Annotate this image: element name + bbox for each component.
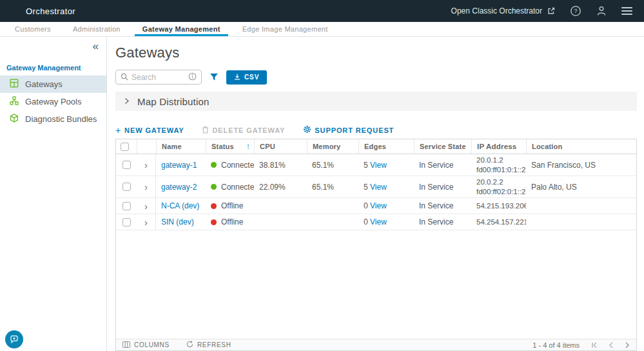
refresh-button[interactable]: REFRESH: [186, 341, 231, 349]
row-checkbox[interactable]: [122, 202, 131, 210]
user-icon[interactable]: [596, 5, 607, 17]
chevron-right-icon: [123, 96, 130, 106]
memory-value: 65.1%: [307, 176, 358, 197]
table-actions: + NEW GATEWAY DELETE GATEWAY: [115, 125, 637, 135]
sidebar-section-title: Gateway Management: [6, 64, 106, 72]
first-page-icon[interactable]: [591, 342, 598, 348]
help-icon[interactable]: ?: [570, 5, 581, 17]
gateway-name-link[interactable]: gateway-1: [161, 161, 197, 170]
gateways-table: Name Status ↑ CPU Memory Edges Service S…: [115, 139, 637, 351]
row-expand-icon[interactable]: ›: [144, 160, 148, 170]
plus-icon: +: [115, 126, 121, 135]
edges-view-link[interactable]: View: [370, 217, 387, 226]
sidebar-collapse-icon[interactable]: «: [93, 41, 99, 52]
search-box: [115, 70, 202, 85]
row-checkbox[interactable]: [122, 218, 131, 226]
cpu-value: [254, 198, 307, 214]
service-state: In Service: [414, 198, 471, 214]
menu-icon[interactable]: [621, 7, 632, 15]
expand-column-header: [137, 139, 156, 154]
row-expand-icon[interactable]: ›: [144, 217, 148, 227]
column-header-service-state[interactable]: Service State: [414, 139, 471, 154]
open-classic-orchestrator-link[interactable]: Open Classic Orchestrator: [451, 6, 556, 15]
gateway-name-link[interactable]: SIN (dev): [161, 217, 194, 226]
app-title: Orchestrator: [26, 6, 75, 16]
columns-icon: [122, 341, 130, 349]
delete-gateway-button[interactable]: DELETE GATEWAY: [202, 126, 285, 135]
tab-edge-image-management[interactable]: Edge Image Management: [231, 22, 339, 36]
row-checkbox[interactable]: [122, 183, 131, 191]
column-header-name[interactable]: Name: [156, 139, 206, 154]
chat-feedback-icon[interactable]: [5, 330, 23, 348]
page-title: Gateways: [115, 45, 637, 61]
row-expand-icon[interactable]: ›: [144, 201, 148, 211]
column-header-ip-address[interactable]: IP Address: [471, 139, 526, 154]
ip-address: 54.215.193.206: [471, 198, 526, 214]
row-checkbox[interactable]: [122, 161, 131, 169]
column-header-status[interactable]: Status ↑: [206, 139, 254, 154]
external-link-icon: [547, 6, 556, 15]
column-header-location[interactable]: Location: [526, 139, 636, 154]
sidebar-item-gateways[interactable]: Gateways: [0, 75, 106, 93]
status-dot: [211, 203, 217, 209]
table-empty-space: [116, 230, 636, 339]
gear-icon: [303, 125, 311, 135]
toolbar: CSV: [115, 70, 637, 85]
select-all-checkbox[interactable]: [121, 143, 129, 151]
edges-count: 5: [364, 161, 368, 170]
download-icon: [234, 74, 240, 81]
sidebar-item-label: Gateways: [25, 79, 63, 89]
gateway-pools-icon: [10, 96, 19, 107]
location-value: San Francisco, US: [526, 154, 636, 176]
gateway-name-link[interactable]: N-CA (dev): [161, 201, 199, 210]
sort-ascending-icon[interactable]: ↑: [246, 142, 250, 151]
columns-button[interactable]: COLUMNS: [122, 341, 170, 349]
filter-icon[interactable]: [208, 73, 220, 81]
table-row: › gateway-2 Connected 22.09% 65.1% 5 Vie…: [116, 176, 636, 198]
sidebar-item-gateway-pools[interactable]: Gateway Pools: [0, 93, 106, 110]
search-input[interactable]: [132, 73, 185, 82]
topbar-actions: Open Classic Orchestrator ?: [451, 5, 632, 17]
gateway-name-link[interactable]: gateway-2: [161, 183, 197, 192]
column-header-cpu[interactable]: CPU: [254, 139, 307, 154]
memory-value: [307, 214, 358, 230]
sidebar-item-diagnostic-bundles[interactable]: Diagnostic Bundles: [0, 110, 106, 128]
edges-view-link[interactable]: View: [370, 161, 387, 170]
row-expand-icon[interactable]: ›: [144, 182, 148, 192]
csv-button[interactable]: CSV: [226, 70, 267, 85]
tab-customers[interactable]: Customers: [4, 22, 62, 36]
service-state: In Service: [414, 214, 471, 230]
next-page-icon[interactable]: [625, 342, 630, 348]
edges-count: 0: [364, 217, 368, 226]
refresh-icon: [186, 341, 193, 349]
edges-count: 5: [364, 183, 368, 192]
search-icon: [121, 72, 128, 83]
map-distribution-panel[interactable]: Map Distribution: [115, 92, 637, 111]
ip-address: 54.254.157.221: [471, 214, 526, 230]
edges-view-link[interactable]: View: [370, 183, 387, 192]
tab-administration[interactable]: Administration: [62, 22, 132, 36]
sidebar: « Gateway Management Gateways Gateway Po…: [0, 37, 107, 351]
new-gateway-button[interactable]: + NEW GATEWAY: [115, 126, 184, 135]
primary-tabs: Customers Administration Gateway Managem…: [0, 22, 644, 37]
edges-view-link[interactable]: View: [370, 201, 387, 210]
cpu-value: 38.81%: [254, 154, 307, 176]
cpu-value: [254, 214, 307, 230]
cpu-value: 22.09%: [254, 176, 307, 197]
status-dot: [211, 219, 217, 225]
info-icon[interactable]: [188, 72, 197, 83]
column-header-edges[interactable]: Edges: [358, 139, 414, 154]
edges-count: 0: [364, 201, 368, 210]
location-value: [526, 198, 636, 214]
gateways-icon: [10, 79, 19, 90]
map-distribution-title: Map Distribution: [137, 96, 210, 107]
support-request-button[interactable]: SUPPORT REQUEST: [303, 125, 394, 135]
ip-address: 20.0.1.2fd00:ff01:0:1::2: [471, 154, 526, 176]
top-bar: Orchestrator Open Classic Orchestrator ?: [0, 0, 644, 22]
location-value: [526, 214, 636, 230]
previous-page-icon[interactable]: [609, 342, 614, 348]
column-header-memory[interactable]: Memory: [307, 139, 358, 154]
pagination: 1 - 4 of 4 items: [532, 341, 630, 349]
memory-value: [307, 198, 358, 214]
tab-gateway-management[interactable]: Gateway Management: [132, 22, 231, 36]
